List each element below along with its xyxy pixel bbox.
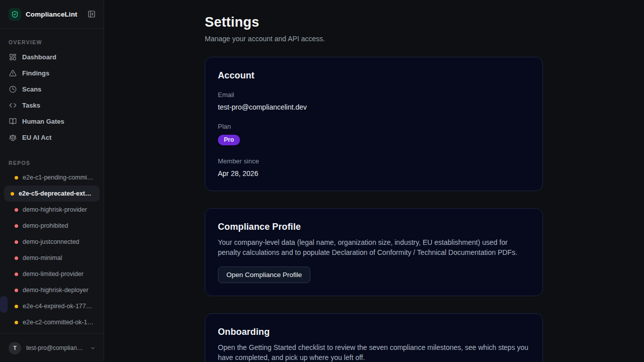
overview-section-label: OVERVIEW (9, 39, 104, 45)
sidebar-repo-item[interactable]: demo-limited-provider (4, 266, 100, 282)
code-icon (9, 102, 17, 109)
sidebar-scroll-thumb[interactable] (0, 296, 8, 313)
sidebar-item-dashboard[interactable]: Dashboard (0, 49, 104, 65)
dashboard-icon (9, 53, 17, 61)
user-email: test-pro@complianceli... (26, 344, 85, 351)
plan-label: Plan (218, 123, 530, 131)
sidebar-item-human-gates[interactable]: Human Gates (0, 113, 104, 129)
compliance-profile-description: Your company-level data (legal name, org… (218, 237, 530, 257)
repo-label: demo-limited-provider (23, 270, 89, 278)
sidebar-item-tasks[interactable]: Tasks (0, 97, 104, 113)
book-open-icon (9, 118, 17, 125)
repo-status-dot (15, 305, 18, 308)
sidebar-item-scans[interactable]: Scans (0, 81, 104, 97)
shield-check-icon (11, 11, 19, 18)
sidebar-scroll-area: OVERVIEW Dashboard Findings (0, 29, 104, 333)
panel-left-close-icon (88, 10, 96, 18)
onboarding-card: Onboarding Open the Getting Started chec… (205, 313, 543, 362)
repo-label: demo-prohibited (23, 222, 73, 229)
member-since-label: Member since (218, 157, 530, 165)
alert-triangle-icon (9, 69, 17, 77)
sidebar-collapse-button[interactable] (87, 10, 96, 19)
sidebar-item-label: Findings (22, 69, 49, 77)
repo-status-dot (15, 289, 18, 292)
app-logo (9, 8, 21, 21)
repo-label: e2e-c4-expired-ok-17773... (23, 303, 100, 310)
sidebar-header: ComplianceLint (0, 0, 104, 29)
email-label: Email (218, 91, 530, 99)
sidebar-item-label: EU AI Act (22, 134, 51, 141)
sidebar-item-findings[interactable]: Findings (0, 65, 104, 81)
repo-status-dot (11, 192, 14, 196)
onboarding-title: Onboarding (218, 326, 530, 337)
sidebar-repo-item[interactable]: demo-highrisk-provider (4, 202, 100, 218)
repo-label: demo-highrisk-provider (23, 206, 92, 213)
page-title: Settings (205, 14, 543, 30)
plan-badge: Pro (218, 135, 240, 145)
repo-label: demo-minimal (23, 254, 67, 261)
open-compliance-profile-button[interactable]: Open Compliance Profile (218, 266, 310, 283)
repo-label: demo-highrisk-deployer (23, 287, 94, 294)
sidebar-item-eu-ai-act[interactable]: EU AI Act (0, 129, 104, 145)
repo-status-dot (15, 176, 18, 179)
member-since-value: Apr 28, 2026 (218, 169, 530, 178)
repo-status-dot (15, 273, 18, 276)
sidebar-item-label: Tasks (22, 102, 40, 109)
repo-status-dot (15, 240, 18, 244)
sidebar-repo-item[interactable]: demo-highrisk-deployer (4, 282, 100, 298)
repo-label: e2e-c1-pending-commit-... (23, 174, 100, 181)
repo-label: e2e-c2-committed-ok-177... (23, 319, 100, 326)
email-value: test-pro@compliancelint.dev (218, 103, 530, 112)
compliance-profile-card: Compliance Profile Your company-level da… (205, 208, 543, 296)
sidebar: ComplianceLint OVERVIEW Dashboard (0, 0, 104, 362)
repo-label: demo-justconnected (23, 238, 85, 245)
sidebar-item-label: Scans (22, 85, 41, 93)
repo-status-dot (15, 256, 18, 260)
repo-status-dot (15, 321, 18, 324)
scales-icon (9, 134, 17, 141)
clock-icon (9, 85, 17, 93)
onboarding-description: Open the Getting Started checklist to re… (218, 342, 530, 362)
repo-status-dot (15, 224, 18, 228)
sidebar-item-label: Dashboard (22, 53, 56, 61)
repos-section-label: REPOS (9, 160, 104, 166)
chevron-down-icon (90, 345, 96, 351)
sidebar-repo-item[interactable]: e2e-c4-expired-ok-17773... (4, 298, 100, 314)
sidebar-repo-item[interactable]: e2e-c1-pending-commit-... (4, 169, 100, 186)
compliance-profile-title: Compliance Profile (218, 221, 530, 232)
sidebar-item-label: Human Gates (22, 118, 64, 125)
page-subtitle: Manage your account and API access. (205, 34, 543, 43)
account-card: Account Email test-pro@compliancelint.de… (205, 57, 543, 191)
main-content: Settings Manage your account and API acc… (104, 0, 644, 362)
sidebar-repo-item[interactable]: demo-prohibited (4, 218, 100, 234)
sidebar-repo-item[interactable]: e2e-c2-committed-ok-177... (4, 314, 100, 330)
repo-status-dot (15, 208, 18, 212)
repo-label: e2e-c5-deprecated-exter... (19, 190, 100, 197)
app-name: ComplianceLint (26, 11, 87, 18)
account-card-title: Account (218, 70, 530, 81)
sidebar-repo-item[interactable]: demo-justconnected (4, 234, 100, 250)
sidebar-repo-item[interactable]: e2e-c5-deprecated-exter... (4, 186, 100, 202)
user-menu[interactable]: T test-pro@complianceli... (0, 333, 104, 362)
sidebar-repo-item[interactable]: demo-minimal (4, 250, 100, 266)
avatar: T (9, 342, 21, 354)
